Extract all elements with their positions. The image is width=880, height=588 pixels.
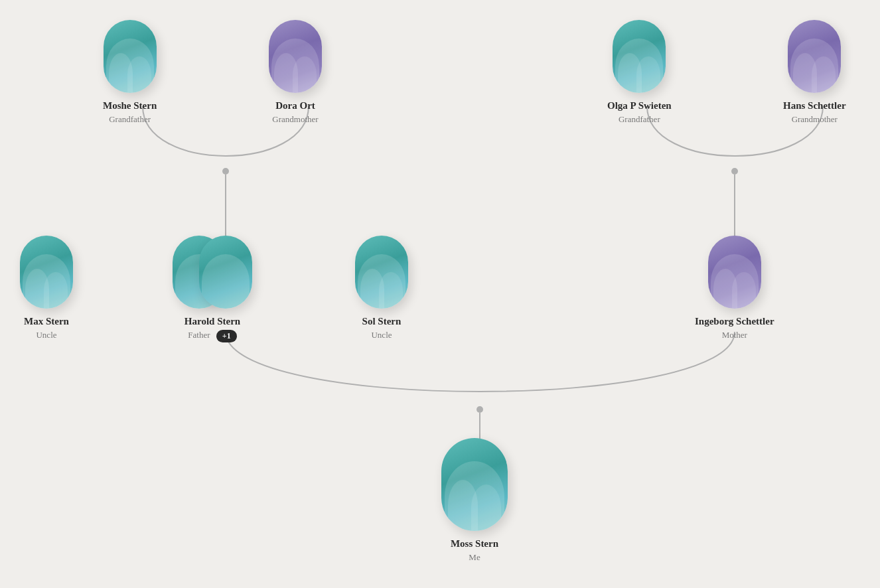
avatar-dora xyxy=(269,20,322,93)
name-sol: Sol Stern xyxy=(362,315,402,329)
role-ingeborg: Mother xyxy=(722,330,747,340)
name-harold: Harold Stern xyxy=(184,315,240,329)
family-tree: Moshe Stern Grandfather Dora Ort Grandmo… xyxy=(0,0,880,588)
avatar-harold xyxy=(173,236,252,309)
person-moshe[interactable]: Moshe Stern Grandfather xyxy=(103,20,157,125)
name-ingeborg: Ingeborg Schettler xyxy=(695,315,774,329)
svg-point-4 xyxy=(477,406,483,413)
avatar-olga xyxy=(613,20,666,93)
person-max[interactable]: Max Stern Uncle xyxy=(20,236,73,340)
person-sol[interactable]: Sol Stern Uncle xyxy=(355,236,408,340)
person-dora[interactable]: Dora Ort Grandmother xyxy=(269,20,322,125)
svg-point-2 xyxy=(731,168,738,175)
person-ingeborg[interactable]: Ingeborg Schettler Mother xyxy=(695,236,774,340)
person-moss[interactable]: Moss Stern Me xyxy=(441,438,508,563)
role-harold: Father +1 xyxy=(188,330,236,342)
role-hans: Grandmother xyxy=(792,114,838,125)
svg-point-0 xyxy=(222,168,229,175)
avatar-max xyxy=(20,236,73,309)
avatar-moss xyxy=(441,438,508,531)
name-olga: Olga P Swieten xyxy=(607,100,672,113)
name-max: Max Stern xyxy=(24,315,69,329)
role-olga: Grandfather xyxy=(619,114,660,125)
avatar-ingeborg xyxy=(708,236,761,309)
name-moshe: Moshe Stern xyxy=(103,100,157,113)
role-moshe: Grandfather xyxy=(109,114,151,125)
role-moss: Me xyxy=(469,552,480,563)
harold-badge: +1 xyxy=(216,330,237,342)
role-sol: Uncle xyxy=(371,330,392,340)
role-dora: Grandmother xyxy=(272,114,318,125)
person-hans[interactable]: Hans Schettler Grandmother xyxy=(783,20,846,125)
person-olga[interactable]: Olga P Swieten Grandfather xyxy=(607,20,672,125)
name-moss: Moss Stern xyxy=(451,538,498,551)
avatar-hans xyxy=(788,20,841,93)
name-hans: Hans Schettler xyxy=(783,100,846,113)
name-dora: Dora Ort xyxy=(275,100,315,113)
person-harold[interactable]: Harold Stern Father +1 xyxy=(173,236,252,342)
avatar-moshe xyxy=(104,20,157,93)
avatar-sol xyxy=(355,236,408,309)
role-max: Uncle xyxy=(36,330,56,340)
